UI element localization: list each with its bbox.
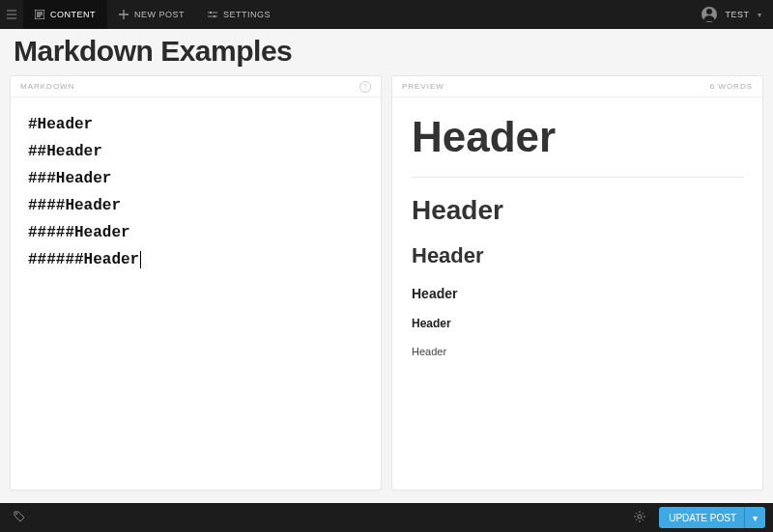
bottom-bar: UPDATE POST ▾ xyxy=(0,503,773,532)
markdown-panel-header: MARKDOWN ? xyxy=(11,76,381,98)
md-line-6: ######Header xyxy=(28,251,139,268)
update-post-divider xyxy=(744,507,745,528)
update-post-button[interactable]: UPDATE POST ▾ xyxy=(659,507,765,528)
settings-sliders-icon xyxy=(208,10,217,19)
hamburger-menu-button[interactable] xyxy=(0,0,23,29)
nav-content-label: CONTENT xyxy=(50,10,96,19)
preview-h2: Header xyxy=(412,195,743,226)
content-icon xyxy=(35,10,44,19)
preview-h5: Header xyxy=(412,317,743,330)
chevron-down-icon: ▾ xyxy=(758,11,762,19)
md-line-1: #Header xyxy=(28,116,93,133)
nav-settings-label: SETTINGS xyxy=(223,10,271,19)
plus-icon xyxy=(119,10,129,19)
post-settings-button[interactable] xyxy=(628,507,651,529)
post-title-area[interactable]: Markdown Examples xyxy=(10,29,763,75)
hamburger-icon xyxy=(7,10,16,19)
preview-panel-header: PREVIEW 6 WORDS xyxy=(392,76,762,98)
preview-panel-label: PREVIEW xyxy=(402,82,444,91)
user-menu[interactable]: TEST ▾ xyxy=(690,7,773,22)
nav-new-post[interactable]: NEW POST xyxy=(107,0,196,29)
md-line-2: ##Header xyxy=(28,143,102,160)
tag-icon xyxy=(14,511,25,522)
svg-point-4 xyxy=(638,515,642,518)
md-line-5: #####Header xyxy=(28,224,130,241)
preview-h3: Header xyxy=(412,243,743,268)
preview-body: Header Header Header Header Header Heade… xyxy=(392,98,762,390)
user-name: TEST xyxy=(725,10,749,19)
word-count: 6 WORDS xyxy=(710,82,753,91)
markdown-help-button[interactable]: ? xyxy=(359,81,371,93)
nav-new-post-label: NEW POST xyxy=(134,10,185,19)
avatar-icon xyxy=(701,7,717,22)
md-line-3: ###Header xyxy=(28,170,111,187)
svg-point-1 xyxy=(210,12,213,14)
update-post-label: UPDATE POST xyxy=(669,513,736,523)
nav-content[interactable]: CONTENT xyxy=(23,0,107,29)
post-title: Markdown Examples xyxy=(14,35,759,68)
gear-icon xyxy=(634,511,645,522)
markdown-editor[interactable]: #Header ##Header ###Header ####Header ##… xyxy=(11,98,381,287)
md-line-4: ####Header xyxy=(28,197,121,214)
nav-settings[interactable]: SETTINGS xyxy=(196,0,282,29)
markdown-panel: MARKDOWN ? #Header ##Header ###Header ##… xyxy=(10,75,382,490)
tag-button[interactable] xyxy=(8,507,31,529)
markdown-panel-label: MARKDOWN xyxy=(20,82,74,91)
top-navbar: CONTENT NEW POST SETTINGS TEST ▾ xyxy=(0,0,773,29)
preview-h6: Header xyxy=(412,346,743,357)
preview-h1: Header xyxy=(412,113,743,161)
preview-panel: PREVIEW 6 WORDS Header Header Header Hea… xyxy=(391,75,763,490)
text-cursor xyxy=(140,251,141,268)
svg-point-2 xyxy=(214,15,216,18)
preview-h4: Header xyxy=(412,286,743,301)
svg-point-3 xyxy=(15,513,17,515)
editor-row: MARKDOWN ? #Header ##Header ###Header ##… xyxy=(10,75,763,490)
main-content: Markdown Examples MARKDOWN ? #Header ##H… xyxy=(0,29,773,503)
preview-h1-rule xyxy=(412,177,743,178)
chevron-down-icon[interactable]: ▾ xyxy=(753,513,758,523)
